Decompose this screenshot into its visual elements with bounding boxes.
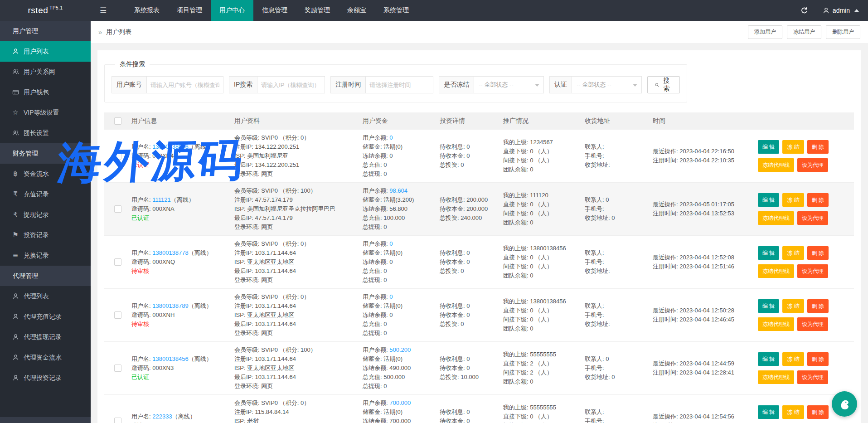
delete-button[interactable]: 删 除 xyxy=(807,140,829,154)
nav-reward[interactable]: 奖励管理 xyxy=(296,0,339,21)
row-checkbox[interactable] xyxy=(114,152,121,160)
add-user-button[interactable]: 添加用户 xyxy=(748,25,782,39)
row-checkbox[interactable] xyxy=(114,258,121,266)
freeze-agent-line-button[interactable]: 冻结代理线 xyxy=(758,264,794,278)
set-agent-button[interactable]: 设为代理 xyxy=(797,264,828,278)
account-input[interactable] xyxy=(146,76,223,93)
username-link[interactable]: 13800138006 xyxy=(152,143,189,150)
freeze-agent-line-button[interactable]: 冻结代理线 xyxy=(758,317,794,331)
row-line: 手机号: xyxy=(585,151,648,160)
support-chat-button[interactable] xyxy=(832,391,857,417)
sidebar-item-user-wallet[interactable]: 用户钱包 xyxy=(0,82,91,102)
section-user-management[interactable]: 用户管理 xyxy=(0,21,91,41)
freeze-button[interactable]: 冻 结 xyxy=(782,352,804,366)
nav-user-center[interactable]: 用户中心 xyxy=(211,0,253,21)
sidebar-item-user-network[interactable]: 用户关系网 xyxy=(0,62,91,82)
regtime-input[interactable] xyxy=(365,76,433,93)
edit-button[interactable]: 编 辑 xyxy=(758,299,779,313)
set-agent-button[interactable]: 设为代理 xyxy=(797,370,828,384)
username-link[interactable]: 111121 xyxy=(152,196,171,203)
field-label: 登录环境: xyxy=(234,383,261,389)
sidebar-item-user-list[interactable]: 用户列表 xyxy=(0,41,91,62)
refresh-icon[interactable] xyxy=(800,7,808,15)
freeze-button[interactable]: 冻 结 xyxy=(782,140,804,154)
balance-link[interactable]: 0 xyxy=(389,293,393,300)
sidebar-item-agent-recharge[interactable]: 代理充值记录 xyxy=(0,306,91,327)
field-value: 2023-04-04 22:10:35 xyxy=(679,157,734,164)
balance-link[interactable]: 0 xyxy=(389,134,393,141)
page-title: 用户列表 xyxy=(106,28,131,36)
time-cell: 最近操作: 2023-04-04 12:54:56注册时间: 2023-04-0… xyxy=(653,412,758,423)
edit-button[interactable]: 编 辑 xyxy=(758,246,779,260)
sidebar-item-agent-invest[interactable]: 代理投资记录 xyxy=(0,368,91,388)
section-finance-management[interactable]: 财务管理 xyxy=(0,143,91,164)
row-checkbox[interactable] xyxy=(114,365,121,372)
freeze-agent-line-button[interactable]: 冻结代理线 xyxy=(758,370,794,384)
sidebar-item-agent-fund-flow[interactable]: 代理资金流水 xyxy=(0,347,91,368)
sidebar-item-vip-settings[interactable]: ☆VIP等级设置 xyxy=(0,102,91,123)
delete-button[interactable]: 删 除 xyxy=(807,246,829,260)
delete-button[interactable]: 删 除 xyxy=(807,193,829,207)
delete-user-button[interactable]: 删除用户 xyxy=(826,25,860,39)
row-line: 待收本金: 0 xyxy=(440,311,499,320)
verify-status-select[interactable]: -- 全部状态 -- xyxy=(572,76,642,93)
nav-info[interactable]: 信息管理 xyxy=(253,0,296,21)
select-all-checkbox[interactable] xyxy=(114,117,121,125)
freeze-agent-line-button[interactable]: 冻结代理线 xyxy=(758,158,794,172)
field-value: 2023-04-04 13:52:53 xyxy=(679,210,734,217)
promotion-cell: 我的上级: 55555555直接下级: 2 （人）间接下级: 2 （人）团队余额… xyxy=(503,350,585,386)
search-button[interactable]: 搜 索 xyxy=(647,76,680,93)
delete-button[interactable]: 删 除 xyxy=(807,299,829,313)
sidebar-item-withdraw-records[interactable]: ₹提现记录 xyxy=(0,204,91,225)
balance-link[interactable]: 700.000 xyxy=(389,399,411,406)
sidebar-item-agent-list[interactable]: 代理列表 xyxy=(0,286,91,306)
username-link[interactable]: 13800138778 xyxy=(152,249,189,256)
balance-link[interactable]: 98.604 xyxy=(389,187,407,194)
row-line: 会员等级: SVIP0 （积分: 0） xyxy=(234,239,358,248)
nav-system[interactable]: 系统管理 xyxy=(375,0,417,21)
freeze-button[interactable]: 冻 结 xyxy=(782,299,804,313)
user-funds-cell: 用户余额: 0储蓄金: 活期(0)冻结余额: 0总充值: 0总提现: 0 xyxy=(363,292,440,338)
nav-report[interactable]: 系统报表 xyxy=(126,0,168,21)
balance-link[interactable]: 500.200 xyxy=(389,346,411,353)
menu-toggle-icon[interactable]: ☰ xyxy=(91,0,116,21)
section-agent-management[interactable]: 代理管理 xyxy=(0,266,91,286)
username-link[interactable]: 222333 xyxy=(152,413,172,420)
ip-input[interactable] xyxy=(257,76,325,93)
field-label: 邀请码: xyxy=(131,205,152,212)
set-agent-button[interactable]: 设为代理 xyxy=(797,158,828,172)
freeze-status-select[interactable]: -- 全部状态 -- xyxy=(474,76,544,93)
edit-button[interactable]: 编 辑 xyxy=(758,405,779,419)
edit-button[interactable]: 编 辑 xyxy=(758,140,779,154)
row-checkbox[interactable] xyxy=(114,418,121,423)
row-checkbox[interactable] xyxy=(114,205,121,213)
delete-button[interactable]: 删 除 xyxy=(807,352,829,366)
sidebar-item-fund-flow[interactable]: ฿资金流水 xyxy=(0,164,91,184)
username-link[interactable]: 13800138456 xyxy=(152,355,189,362)
freeze-button[interactable]: 冻 结 xyxy=(782,405,804,419)
sidebar-item-leader-settings[interactable]: 团长设置 xyxy=(0,123,91,143)
edit-button[interactable]: 编 辑 xyxy=(758,352,779,366)
action-buttons-row: 编 辑冻 结删 除 xyxy=(758,299,854,313)
field-label: ISP: xyxy=(234,365,247,371)
nav-project[interactable]: 项目管理 xyxy=(168,0,211,21)
sidebar-item-invest-records[interactable]: ⚑投资记录 xyxy=(0,225,91,245)
sidebar-item-exchange-records[interactable]: ≡兑换记录 xyxy=(0,245,91,266)
delete-button[interactable]: 删 除 xyxy=(807,405,829,419)
field-value: 0 （人） xyxy=(530,210,553,217)
set-agent-button[interactable]: 设为代理 xyxy=(797,211,828,225)
freeze-button[interactable]: 冻 结 xyxy=(782,246,804,260)
username-link[interactable]: 13800138789 xyxy=(152,302,189,309)
edit-button[interactable]: 编 辑 xyxy=(758,193,779,207)
row-checkbox[interactable] xyxy=(114,311,121,319)
balance-link[interactable]: 0 xyxy=(389,240,393,247)
set-agent-button[interactable]: 设为代理 xyxy=(797,317,828,331)
freeze-user-button[interactable]: 冻结用户 xyxy=(787,25,821,39)
sidebar-item-agent-withdraw[interactable]: 代理提现记录 xyxy=(0,327,91,347)
freeze-agent-line-button[interactable]: 冻结代理线 xyxy=(758,211,794,225)
freeze-button[interactable]: 冻 结 xyxy=(782,193,804,207)
user-menu[interactable]: admin xyxy=(823,7,859,14)
freeze-status-select-group: 是否冻结-- 全部状态 -- xyxy=(439,76,544,93)
sidebar-item-recharge-records[interactable]: ₹充值记录 xyxy=(0,184,91,204)
nav-yuebao[interactable]: 余额宝 xyxy=(339,0,375,21)
